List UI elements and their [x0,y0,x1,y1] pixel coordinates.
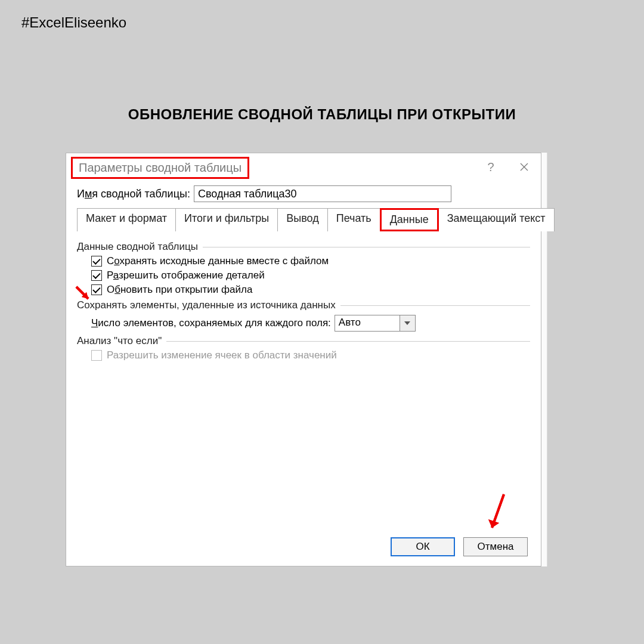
tab-alt-text[interactable]: Замещающий текст [438,208,555,231]
annotation-arrow-1 [75,285,94,304]
close-button[interactable] [507,153,541,181]
chk-allow-edit-values-label: Разрешить изменение ячеек в области знач… [107,349,337,361]
tab-data[interactable]: Данные [380,208,439,231]
tab-print[interactable]: Печать [327,208,380,231]
ok-button[interactable]: ОК [391,537,455,556]
hashtag-label: #ExcelEliseenko [21,14,126,31]
pivot-options-dialog: Параметры сводной таблицы ? Имя сводной … [66,153,541,566]
chk-save-source-label: Сохранять исходные данные вместе с файло… [107,255,329,267]
tab-bar: Макет и формат Итоги и фильтры Вывод Печ… [77,208,530,231]
retain-count-label: Число элементов, сохраняемых для каждого… [91,317,331,329]
cancel-button[interactable]: Отмена [463,537,528,556]
annotation-arrow-2 [486,492,510,537]
data-tab-panel: Данные сводной таблицы Сохранять исходны… [77,231,530,361]
group-retain-label: Сохранять элементы, удаленные из источни… [77,299,336,311]
chk-save-source[interactable] [91,256,102,267]
page-title: ОБНОВЛЕНИЕ СВОДНОЙ ТАБЛИЦЫ ПРИ ОТКРЫТИИ [0,106,644,123]
chk-show-details-label: Разрешить отображение деталей [107,270,265,281]
chk-show-details[interactable] [91,270,102,281]
name-label: Имя сводной таблицы: [77,188,190,200]
tab-totals-filters[interactable]: Итоги и фильтры [175,208,278,231]
tab-display[interactable]: Вывод [277,208,327,231]
group-whatif-label: Анализ "что если" [77,335,162,347]
pivot-name-input[interactable] [194,185,451,202]
dialog-title-highlight: Параметры сводной таблицы [71,157,249,179]
group-pivotdata-label: Данные сводной таблицы [77,241,198,253]
dialog-title: Параметры сводной таблицы [73,159,247,177]
chk-refresh-on-open-label: Обновить при открытии файла [107,284,252,296]
retain-count-dropdown-button[interactable] [400,315,416,332]
dialog-titlebar: Параметры сводной таблицы ? [66,153,541,181]
tab-layout-format[interactable]: Макет и формат [77,208,176,231]
help-button[interactable]: ? [474,153,507,181]
chk-allow-edit-values [91,350,102,361]
retain-count-combo[interactable]: Авто [335,315,400,332]
